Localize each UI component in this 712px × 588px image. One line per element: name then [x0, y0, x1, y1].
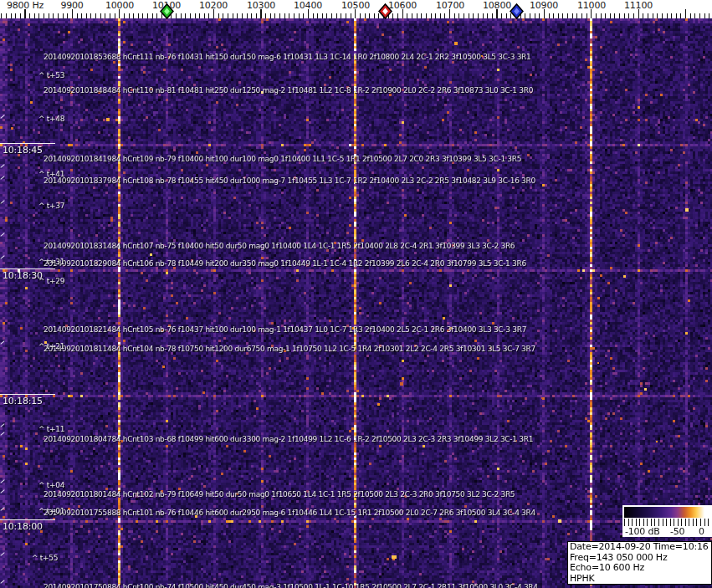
time-offset-annotation: ^ t+53: [38, 71, 64, 79]
echo-report-line: 20140920101841984 hCnt109 nb-79 f10400 h…: [44, 155, 521, 163]
diamond-icon: [378, 3, 392, 19]
echo-report-line: 20140920101811484 hCnt104 nb-78 f10750 h…: [44, 345, 535, 353]
freq-tick-label: 10400: [294, 0, 322, 11]
colorbar-panel: -100 dB -50 0: [622, 505, 712, 537]
time-label: 10:18:45: [0, 143, 55, 156]
echo-report-line: 20140920101804784 hCnt103 nb-68 f10499 h…: [44, 435, 533, 443]
freq-tick-label: 10500: [341, 0, 370, 11]
echo-report-line: 20140920101821484 hCnt105 nb-76 f10437 h…: [44, 325, 526, 334]
green-diamond-marker[interactable]: [160, 3, 174, 23]
freq-tick-label: 9800 Hz: [7, 0, 44, 11]
time-offset-annotation: ^ t+55: [32, 554, 58, 562]
time-offset-annotation: ^ t+29: [38, 277, 64, 285]
freq-tick-label: 10300: [247, 0, 275, 11]
waterfall-window: 9800 Hz990010000101001020010300104001050…: [0, 0, 712, 588]
freq-tick-label: 10700: [436, 0, 464, 11]
time-offset-annotation: ^ t+41: [38, 170, 64, 178]
time-label: 10:18:15: [0, 394, 55, 406]
colorbar-label-mid: -50: [670, 526, 684, 537]
diamond-icon: [160, 3, 174, 19]
red-diamond-marker[interactable]: [378, 3, 392, 23]
freq-tick-label: 10600: [388, 0, 417, 11]
colorbar-gradient: [624, 507, 708, 518]
diamond-icon: [510, 3, 524, 19]
echo-report-line: 20140920101853688 hCnt111 nb-76 f10431 h…: [44, 53, 531, 61]
status-info-box: Date=2014-09-20 Time=10:16 UTC Freq=143 …: [567, 541, 712, 585]
freq-tick-label: 10200: [199, 0, 228, 11]
echo-report-line: 20140920101829084 hCnt106 nb-78 f10449 h…: [44, 259, 526, 268]
colorbar-ticks: [624, 519, 709, 526]
time-offset-annotation: ^ t+31: [38, 258, 64, 266]
blue-diamond-marker[interactable]: [510, 3, 524, 23]
time-offset-annotation: ^ t+48: [38, 115, 64, 123]
time-offset-annotation: ^ t+01: [38, 507, 64, 515]
freq-tick-label: 10900: [530, 0, 558, 11]
echo-report-line: 20140920101848484 hCnt110 nb-81 f10481 h…: [44, 86, 533, 95]
echo-report-line: 20140920101801484 hCnt102 nb-79 f10649 h…: [44, 490, 515, 499]
info-date-time: Date=2014-09-20 Time=10:16 UTC: [570, 542, 709, 553]
time-offset-annotation: ^ t+11: [38, 425, 64, 433]
time-offset-annotation: ^ t+37: [38, 202, 64, 210]
freq-tick-label: 10800: [483, 0, 511, 11]
colorbar-label-min: -100 dB: [625, 526, 660, 537]
time-label: 10:18:00: [0, 519, 55, 532]
freq-tick-label: 11100: [624, 0, 653, 11]
time-offset-annotation: ^ t+04: [38, 481, 64, 489]
freq-tick-label: 11000: [577, 0, 606, 11]
echo-report-line: 20140920101831484 hCnt107 nb-75 f10400 h…: [44, 242, 515, 250]
freq-tick-label: 10000: [105, 0, 134, 11]
colorbar-label-max: 0: [699, 526, 704, 537]
info-echo-frequency: Echo=10 600 Hz: [570, 563, 709, 574]
info-station-code: HPHK: [570, 574, 709, 585]
time-offset-annotation: ^ t+21: [38, 342, 64, 350]
echo-report-line: 20140920101750884 hCnt100 nb-74 f10500 h…: [44, 583, 538, 588]
freq-tick-label: 9900: [60, 0, 83, 11]
echo-report-line: 20140920101755888 hCnt101 nb-76 f10446 h…: [44, 509, 535, 517]
echo-report-line: 20140920101837984 hCnt108 nb-78 f10455 h…: [44, 176, 535, 185]
spectrogram-canvas[interactable]: [0, 18, 712, 588]
frequency-ruler[interactable]: 9800 Hz990010000101001020010300104001050…: [0, 0, 712, 18]
